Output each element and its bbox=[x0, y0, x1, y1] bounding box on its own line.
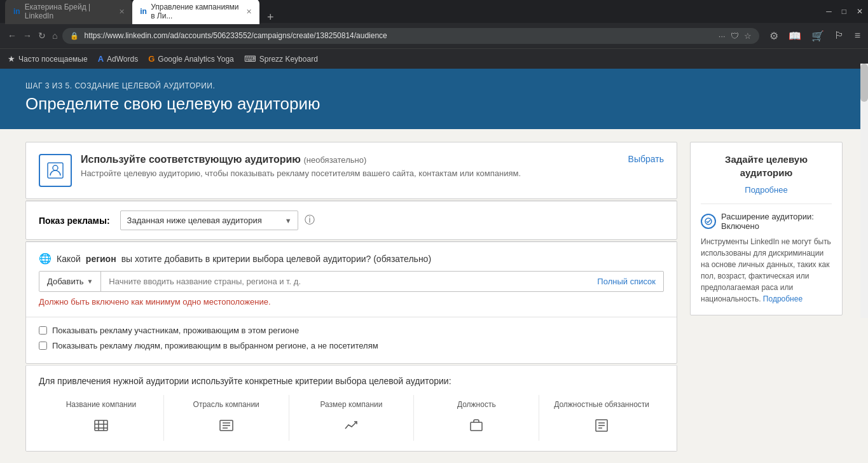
url-text: https://www.linkedin.com/ad/accounts/506… bbox=[84, 31, 713, 40]
criteria-item-job-function[interactable]: Должностные обязанности bbox=[539, 395, 664, 441]
reader-icon[interactable]: 📖 bbox=[789, 30, 801, 42]
region-question-bold: регион bbox=[86, 254, 116, 264]
star-icon[interactable]: ☆ bbox=[744, 31, 752, 41]
tab-close-1[interactable]: ✕ bbox=[119, 8, 125, 16]
region-question-suffix: вы хотите добавить в критерии выбора цел… bbox=[121, 254, 431, 264]
back-button[interactable]: ← bbox=[8, 31, 17, 41]
audience-icon bbox=[39, 154, 72, 187]
add-chevron-icon: ▼ bbox=[86, 278, 93, 285]
page-content: ШАГ 3 ИЗ 5. СОЗДАНИЕ ЦЕЛЕВОЙ АУДИТОРИИ. … bbox=[0, 69, 868, 463]
region-card: 🌐 Какой регион вы хотите добавить в крит… bbox=[25, 241, 677, 364]
choose-audience-button[interactable]: Выбрать bbox=[628, 154, 664, 164]
home-button[interactable]: ⌂ bbox=[52, 31, 57, 41]
region-question-prefix: Какой bbox=[57, 254, 81, 264]
main-layout: Используйте соответствующую аудиторию (н… bbox=[0, 129, 868, 463]
right-panel-more-link[interactable]: Подробнее bbox=[745, 185, 787, 195]
new-tab-button[interactable]: + bbox=[262, 11, 279, 24]
add-btn-wrapper: Добавить ▼ bbox=[39, 272, 101, 291]
checkbox-row-2: Показывать рекламу людям, проживающим в … bbox=[39, 340, 664, 352]
criteria-item-industry[interactable]: Отрасль компании bbox=[164, 395, 289, 441]
criteria-label-3: Должность bbox=[457, 400, 496, 410]
more-options-icon[interactable]: ··· bbox=[719, 31, 726, 41]
extensions-icon[interactable]: ⚙ bbox=[769, 30, 778, 42]
bookmark-google-analytics[interactable]: G Google Analytics Yoga bbox=[148, 54, 234, 64]
bookmark-sprezz[interactable]: ⌨ Sprezz Keyboard bbox=[244, 54, 318, 64]
url-box[interactable]: 🔒 https://www.linkedin.com/ad/accounts/5… bbox=[62, 28, 759, 44]
address-bar: ← → ↻ ⌂ 🔒 https://www.linkedin.com/ad/ac… bbox=[0, 23, 868, 48]
ad-display-select-wrapper: Заданная ниже целевая аудитория ▼ bbox=[120, 211, 298, 230]
close-button[interactable]: ✕ bbox=[857, 7, 863, 16]
ad-display-label: Показ рекламы: bbox=[39, 216, 110, 226]
right-panel-title: Задайте целевую аудиторию bbox=[701, 153, 832, 179]
tab-campaigns[interactable]: in Управление кампаниями в Ли... ✕ bbox=[132, 0, 259, 24]
bookmark-label-1: AdWords bbox=[107, 55, 138, 64]
bookmark-label-0: Часто посещаемые bbox=[18, 55, 88, 64]
job-function-icon bbox=[591, 415, 612, 436]
criteria-item-company-name[interactable]: Название компании bbox=[39, 395, 164, 441]
expansion-more-link[interactable]: Подробнее bbox=[763, 294, 803, 303]
page-header: ШАГ 3 ИЗ 5. СОЗДАНИЕ ЦЕЛЕВОЙ АУДИТОРИИ. … bbox=[0, 69, 868, 129]
bookmark-icon[interactable]: 🛡 bbox=[731, 31, 739, 41]
criteria-label-0: Название компании bbox=[66, 400, 136, 410]
criteria-section: Для привлечения нужной аудитории использ… bbox=[25, 365, 677, 452]
tabs-container: in Екатерина Брейд | LinkedIn ✕ in Управ… bbox=[5, 0, 826, 24]
criteria-item-job-title[interactable]: Должность bbox=[414, 395, 539, 441]
tab-linkedin-profile[interactable]: in Екатерина Брейд | LinkedIn ✕ bbox=[5, 0, 132, 24]
criteria-label-1: Отрасль компании bbox=[193, 400, 259, 410]
browser-toolbar-icons: ⚙ 📖 🛒 🏳 ≡ bbox=[769, 30, 860, 42]
ad-display-select[interactable]: Заданная ниже целевая аудитория bbox=[120, 211, 298, 230]
bookmark-adwords[interactable]: A AdWords bbox=[98, 54, 139, 64]
bookmark-label-2: Google Analytics Yoga bbox=[158, 55, 233, 64]
audience-heading: Используйте соответствующую аудиторию (н… bbox=[81, 154, 521, 165]
url-actions: ··· 🛡 ☆ bbox=[719, 31, 752, 41]
globe-icon: 🌐 bbox=[39, 252, 52, 265]
lock-icon: 🔒 bbox=[70, 32, 79, 40]
expansion-label: Расширение аудитории: Включено bbox=[721, 212, 832, 231]
title-bar: in Екатерина Брейд | LinkedIn ✕ in Управ… bbox=[0, 0, 868, 23]
scrollbar-thumb[interactable] bbox=[860, 64, 868, 102]
add-region-button[interactable]: Добавить ▼ bbox=[39, 272, 101, 291]
criteria-label-2: Размер компании bbox=[320, 400, 382, 410]
residents-checkbox[interactable] bbox=[39, 326, 47, 335]
checkbox-row-1: Показывать рекламу участникам, проживающ… bbox=[39, 325, 664, 336]
bookmark-icon-star: ★ bbox=[8, 54, 15, 64]
visitors-checkbox-label: Показывать рекламу людям, проживающим в … bbox=[52, 340, 378, 352]
scrollbar-track[interactable] bbox=[860, 64, 868, 318]
menu-icon[interactable]: ≡ bbox=[855, 30, 860, 41]
step-label: ШАГ 3 ИЗ 5. СОЗДАНИЕ ЦЕЛЕВОЙ АУДИТОРИИ. bbox=[25, 81, 843, 90]
criteria-grid: Название компании Отрасль bbox=[39, 395, 664, 441]
flag-icon[interactable]: 🏳 bbox=[834, 30, 844, 41]
left-panel: Используйте соответствующую аудиторию (н… bbox=[25, 142, 677, 453]
industry-icon bbox=[216, 415, 237, 436]
svg-rect-2 bbox=[95, 420, 107, 431]
visitors-checkbox[interactable] bbox=[39, 342, 47, 350]
minimize-button[interactable]: ─ bbox=[826, 7, 832, 16]
company-size-icon bbox=[341, 415, 361, 436]
cart-icon[interactable]: 🛒 bbox=[811, 30, 824, 42]
audience-expansion-section: Расширение аудитории: Включено Инструмен… bbox=[701, 204, 832, 305]
tab-close-2[interactable]: ✕ bbox=[246, 8, 252, 16]
bookmark-label-3: Sprezz Keyboard bbox=[259, 55, 318, 64]
bookmark-frequently-visited[interactable]: ★ Часто посещаемые bbox=[8, 54, 88, 64]
residents-checkbox-label: Показывать рекламу участникам, проживающ… bbox=[52, 325, 299, 336]
svg-rect-11 bbox=[471, 422, 482, 431]
full-list-link[interactable]: Полный список bbox=[589, 272, 663, 291]
criteria-title: Для привлечения нужной аудитории использ… bbox=[39, 376, 664, 386]
region-input-row: Добавить ▼ Полный список bbox=[39, 271, 664, 292]
forward-button[interactable]: → bbox=[23, 31, 32, 41]
nav-buttons: ← → ↻ ⌂ bbox=[8, 31, 57, 41]
page-title: Определите свою целевую аудиторию bbox=[25, 94, 843, 114]
maximize-button[interactable]: □ bbox=[842, 7, 846, 16]
browser-frame: in Екатерина Брейд | LinkedIn ✕ in Управ… bbox=[0, 0, 868, 69]
info-icon[interactable]: ⓘ bbox=[305, 214, 315, 227]
bookmark-icon-sprezz: ⌨ bbox=[244, 54, 256, 64]
region-search-input[interactable] bbox=[101, 272, 589, 291]
criteria-item-company-size[interactable]: Размер компании bbox=[289, 395, 415, 441]
audience-description: Настройте целевую аудиторию, чтобы показ… bbox=[81, 168, 521, 179]
region-error-message: Должно быть включено как минимум одно ме… bbox=[39, 297, 664, 307]
refresh-button[interactable]: ↻ bbox=[38, 31, 46, 41]
right-panel-card: Задайте целевую аудиторию Подробнее Расш… bbox=[690, 142, 843, 315]
right-panel: Задайте целевую аудиторию Подробнее Расш… bbox=[690, 142, 843, 453]
bookmarks-bar: ★ Часто посещаемые A AdWords G Google An… bbox=[0, 48, 868, 69]
expansion-icon bbox=[701, 214, 716, 229]
